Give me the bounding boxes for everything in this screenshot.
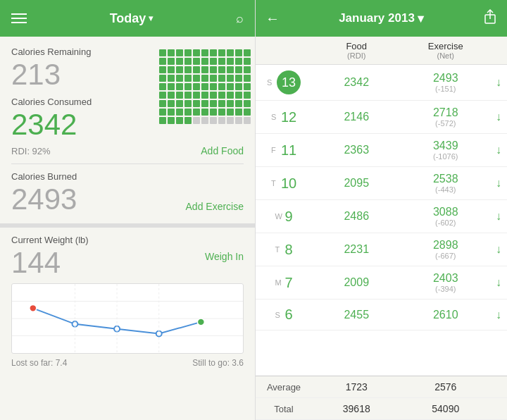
food-cell: 2455 [312,309,401,321]
grid-cell [210,92,217,99]
search-icon[interactable]: ⌕ [236,11,244,26]
grid-cell [244,66,251,73]
day-letter: M [275,278,282,287]
grid-cell [227,83,234,90]
grid-cell [210,117,217,124]
grid-cell [218,66,225,73]
grid-cell [159,100,166,107]
exercise-cell: 2898(-667) [401,239,491,260]
add-exercise-button[interactable]: Add Exercise [186,201,244,212]
grid-cell [159,83,166,90]
total-label: Total [256,404,312,414]
grid-cell [227,49,234,56]
grid-cell [201,109,208,116]
average-food: 1723 [312,381,401,393]
table-row[interactable]: S624552610↓ [256,299,507,331]
exercise-main: 2493 [401,72,491,85]
month-chevron: ▾ [418,11,424,26]
grid-cell [244,49,251,56]
grid-cell [227,58,234,65]
grid-cell [168,83,175,90]
weigh-in-button[interactable]: Weigh In [205,251,244,262]
exercise-sub: (-443) [401,185,491,194]
weight-left: Current Weight (lb) 144 [11,235,89,279]
chevron-down-icon: ↓ [496,144,501,156]
arrow-cell[interactable]: ↓ [490,177,507,190]
day-cell: F11 [256,142,312,159]
grid-cell [235,117,242,124]
grid-cell [193,109,200,116]
table-row[interactable]: F1123633439(-1076)↓ [256,134,507,167]
grid-cell [210,49,217,56]
exercise-main: 3439 [401,140,491,152]
grid-cell [235,109,242,116]
divider-1 [11,163,244,164]
grid-cell [176,83,183,90]
chevron-down-icon: ↓ [496,111,501,123]
food-cell: 2095 [312,177,401,190]
day-letter: S [267,78,274,87]
grid-cell [193,117,200,124]
footer-average-row: Average 1723 2576 [256,376,507,398]
arrow-cell[interactable]: ↓ [490,309,507,321]
grid-cell [210,83,217,90]
grid-cell [184,83,192,90]
left-title[interactable]: Today ▾ [110,11,154,26]
today-chevron: ▾ [149,13,153,23]
grid-cell [210,100,217,107]
exercise-col-sub: (Net) [401,51,491,60]
grid-cell [176,75,183,82]
grid-cell [168,109,175,116]
chart-footer: Lost so far: 7.4 Still to go: 3.6 [11,358,244,368]
grid-cell [210,75,217,82]
share-button[interactable] [483,9,497,28]
svg-point-7 [197,319,204,326]
food-cell: 2486 [312,210,401,223]
grid-cell [168,92,175,99]
table-row[interactable]: T1020952538(-443)↓ [256,167,507,200]
grid-cell [227,117,234,124]
weight-section: Current Weight (lb) 144 Weigh In [11,235,244,368]
grid-cell [159,117,166,124]
exercise-cell: 3088(-602) [401,206,491,227]
table-row[interactable]: M720092403(-394)↓ [256,266,507,299]
day-cell: S13 [256,70,312,94]
exercise-cell: 2718(-572) [401,106,491,128]
grid-cell [184,75,192,82]
arrow-cell[interactable]: ↓ [490,243,507,256]
right-title[interactable]: January 2013 ▾ [339,11,424,26]
calories-remaining-value: 213 [11,58,159,91]
th-day [256,41,312,60]
exercise-sub: (-602) [401,218,491,227]
grid-cell [168,117,175,124]
svg-point-3 [30,304,37,311]
grid-cell [218,109,225,116]
grid-cell [193,66,200,73]
grid-cell [184,58,192,65]
arrow-cell[interactable]: ↓ [490,210,507,223]
day-num: 12 [281,109,296,125]
day-letter: S [275,311,282,319]
left-content: Calories Remaining 213 Calories Consumed… [0,37,255,420]
back-button[interactable]: ← [265,11,280,27]
grid-cell [176,117,183,124]
table-row[interactable]: W924863088(-602)↓ [256,200,507,233]
add-food-button[interactable]: Add Food [201,145,244,156]
grid-cell [244,58,251,65]
day-num: 7 [284,275,292,291]
grid-cell [176,92,183,99]
grid-cell [159,92,166,99]
calories-consumed-label: Calories Consumed [11,97,159,107]
chevron-down-icon: ↓ [496,243,501,256]
table-row[interactable]: T822312898(-667)↓ [256,233,507,266]
arrow-cell[interactable]: ↓ [490,111,507,123]
arrow-cell[interactable]: ↓ [490,76,507,89]
grid-cell [184,109,192,116]
menu-icon[interactable] [11,13,27,23]
average-label: Average [256,382,312,393]
table-row[interactable]: S1323422493(-151)↓ [256,65,507,101]
arrow-cell[interactable]: ↓ [490,276,507,289]
grid-cell [218,100,225,107]
arrow-cell[interactable]: ↓ [490,144,507,156]
table-row[interactable]: S1221462718(-572)↓ [256,101,507,134]
